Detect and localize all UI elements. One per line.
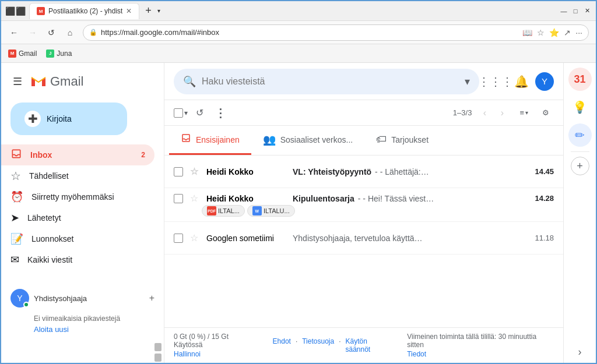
tasks-panel-icon[interactable]: ✏: [568, 123, 592, 147]
nav-starred[interactable]: ☆ Tähdelliset: [1, 165, 154, 186]
tab-dropdown-button[interactable]: ▾: [154, 7, 163, 15]
next-page-button[interactable]: ›: [494, 105, 510, 121]
checkbox-icon[interactable]: [174, 108, 183, 118]
checkbox-icon[interactable]: [174, 194, 183, 203]
terms-of-use-link[interactable]: Käytön säännöt: [346, 337, 394, 354]
tab-primary[interactable]: Ensisijainen: [169, 126, 251, 155]
maximize-button[interactable]: □: [571, 7, 580, 15]
email-checkbox[interactable]: [174, 194, 185, 203]
nav-bar: ← → ↺ ⌂ 🔒 https://mail.google.com/mail/#…: [1, 21, 596, 44]
activity-section: Viimeinen toiminta tällä tilillä: 30 min…: [407, 333, 554, 358]
collections-icon[interactable]: ⭐: [549, 28, 559, 37]
pdf-label: ILTAL...: [218, 207, 240, 214]
email-footer: 0 Gt (0 %) / 15 Gt Käytössä Hallinnoi Eh…: [164, 327, 563, 363]
search-input[interactable]: [202, 76, 459, 87]
star-button[interactable]: ☆: [190, 232, 202, 243]
tab-forward-history[interactable]: ⬛: [16, 7, 24, 15]
nav-inbox[interactable]: Inbox 2: [1, 144, 154, 165]
nav-drafts-label: Luonnokset: [31, 234, 73, 243]
user-item[interactable]: Y Yhdistysohjaaja +: [10, 284, 154, 312]
calendar-panel-icon[interactable]: 31: [568, 68, 592, 91]
scroll-up[interactable]: [154, 343, 161, 351]
details-link[interactable]: Tiedot: [407, 350, 554, 358]
email-checkbox[interactable]: [174, 167, 185, 176]
attachment-doc[interactable]: W ILTALU...: [247, 205, 295, 217]
scroll-down[interactable]: [154, 354, 161, 362]
gmail-app: ☰ Gmail ✚ Kirjoita: [1, 63, 596, 363]
notifications-icon[interactable]: 🔔: [510, 70, 533, 93]
select-all-checkbox[interactable]: ▾: [174, 108, 188, 118]
tab-back-history[interactable]: ⬛: [6, 7, 14, 15]
search-box[interactable]: 🔍 ▾: [174, 69, 479, 94]
doc-label: ILTALU...: [264, 207, 290, 214]
apps-icon[interactable]: ⋮⋮⋮: [484, 70, 507, 93]
nav-all[interactable]: ✉ Kaikki viestit: [1, 249, 154, 270]
title-bar: ⬛ ⬛ M Postilaatikko (2) - yhdist ✕ + ▾ —…: [1, 1, 596, 21]
add-app-button[interactable]: +: [571, 157, 589, 175]
settings-button[interactable]: ⚙: [538, 105, 554, 121]
attachment-pdf[interactable]: PDF ILTAL...: [202, 205, 245, 217]
checkbox-icon[interactable]: [174, 234, 183, 243]
density-button[interactable]: ≡ ▾: [515, 106, 533, 119]
tab-social[interactable]: 👥 Sosiaaliset verkos...: [251, 126, 365, 155]
add-user-button[interactable]: +: [149, 293, 154, 303]
page-nav: ‹ ›: [476, 105, 510, 121]
prev-page-button[interactable]: ‹: [476, 105, 493, 121]
new-tab-button[interactable]: +: [144, 7, 152, 15]
bookmark-juna[interactable]: J Juna: [46, 50, 72, 58]
star-button[interactable]: ☆: [190, 166, 202, 177]
privacy-link[interactable]: Tietosuoja: [302, 337, 334, 354]
back-button[interactable]: ←: [6, 24, 22, 41]
more-actions-button[interactable]: ⋮: [211, 104, 230, 122]
gmail-bookmark-label: Gmail: [19, 50, 37, 58]
favorites-icon[interactable]: ☆: [537, 28, 545, 37]
more-icon[interactable]: ···: [575, 28, 582, 37]
nav-drafts[interactable]: 📝 Luonnokset: [1, 228, 154, 249]
reader-icon[interactable]: 📖: [522, 28, 532, 37]
forward-button[interactable]: →: [24, 24, 41, 41]
tab-promotions[interactable]: 🏷 Tarjoukset: [364, 126, 440, 155]
home-button[interactable]: ⌂: [62, 24, 78, 41]
hamburger-menu[interactable]: ☰: [10, 73, 24, 90]
checkbox-icon[interactable]: [174, 167, 183, 176]
email-row[interactable]: ☆ Heidi Kokko VL: Yhteistyöpyyntö - - Lä…: [164, 156, 563, 188]
bulb-panel-icon[interactable]: 💡: [568, 96, 592, 119]
email-row[interactable]: ☆ Heidi Kokko Kipuluentosarja - - Hei! T…: [164, 188, 563, 222]
expand-panel-button[interactable]: ›: [578, 346, 582, 358]
nav-sent[interactable]: ➤ Lähetetyt: [1, 207, 154, 228]
start-new-chat[interactable]: Aloita uusi: [10, 325, 154, 334]
close-button[interactable]: ✕: [583, 7, 591, 15]
minimize-button[interactable]: —: [560, 7, 568, 15]
nav-snoozed[interactable]: ⏰ Siirretty myöhemmäksi: [1, 186, 154, 207]
juna-favicon: J: [46, 50, 54, 58]
email-row[interactable]: ☆ Googlen sometiimi Yhdistysohjaaja, ter…: [164, 222, 563, 255]
social-tab-icon: 👥: [263, 133, 276, 146]
email-sender: Heidi Kokko: [206, 167, 288, 176]
right-panel: 31 💡 ✏ + ›: [563, 63, 596, 363]
manage-link[interactable]: Hallinnoi: [174, 350, 259, 358]
star-button[interactable]: ☆: [190, 193, 202, 204]
search-dropdown-icon[interactable]: ▾: [465, 75, 470, 88]
browser-frame: ⬛ ⬛ M Postilaatikko (2) - yhdist ✕ + ▾ —…: [0, 0, 597, 364]
tab-close-button[interactable]: ✕: [126, 7, 132, 15]
nav-sent-label: Lähetetyt: [27, 213, 61, 222]
share-icon[interactable]: ↗: [564, 28, 571, 37]
email-checkbox[interactable]: [174, 234, 185, 243]
topbar-icons: ⋮⋮⋮ 🔔 Y: [484, 70, 554, 93]
refresh-button[interactable]: ↺: [43, 24, 59, 41]
refresh-button[interactable]: ↺: [190, 104, 209, 122]
window-controls: — □ ✕: [560, 7, 591, 15]
bookmark-gmail[interactable]: M Gmail: [8, 50, 37, 58]
nav-inbox-label: Inbox: [30, 150, 52, 160]
terms-link[interactable]: Ehdot: [273, 337, 291, 354]
compose-button[interactable]: ✚ Kirjoita: [10, 103, 127, 135]
select-dropdown-icon[interactable]: ▾: [184, 109, 188, 117]
browser-tab[interactable]: M Postilaatikko (2) - yhdist ✕: [29, 3, 139, 19]
user-profile-button[interactable]: Y: [535, 72, 554, 91]
search-icon: 🔍: [183, 75, 196, 88]
main-content: 🔍 ▾ ⋮⋮⋮ 🔔 Y ▾ ↺ ⋮ 1–3/3: [164, 63, 563, 363]
address-bar[interactable]: 🔒 https://mail.google.com/mail/#inbox 📖 …: [83, 24, 589, 41]
email-time: 14.45: [525, 167, 554, 176]
address-bar-icons: 📖 ☆ ⭐ ↗ ···: [522, 28, 582, 37]
sidebar-footer: Y Yhdistysohjaaja + Ei viimeaikaisia pik…: [1, 280, 164, 338]
